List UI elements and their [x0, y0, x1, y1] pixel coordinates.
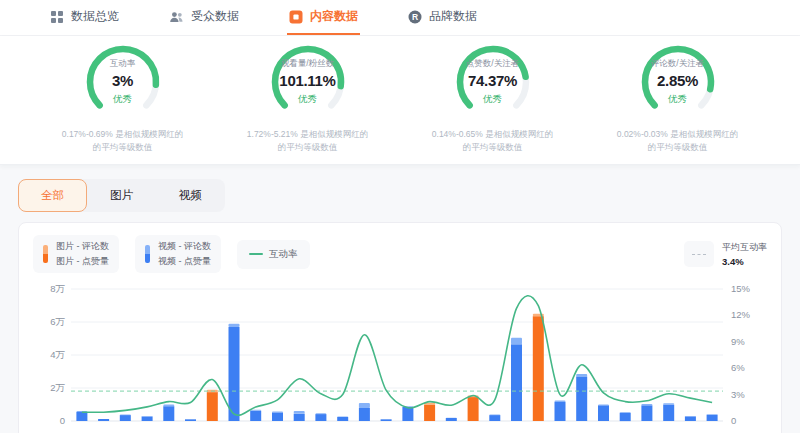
gauge-benchmark-note: 1.72%-5.21% 是相似规模网红的 的平均等级数值 — [247, 128, 368, 154]
tab-label: 受众数据 — [191, 8, 239, 25]
gauge-value: 2.85% — [657, 72, 698, 89]
svg-text:R: R — [412, 12, 418, 22]
gauge-value: 101.11% — [279, 72, 335, 89]
svg-text:0: 0 — [731, 415, 736, 426]
gauge-comments-per-follower: 评论数/关注者 2.85% 优秀 0.02%-0.03% 是相似规模网红的 的平… — [585, 42, 770, 154]
gauge-label: 互动率 — [110, 58, 136, 70]
top-nav: 数据总览 受众数据 内容数据 R 品牌数据 — [0, 0, 800, 36]
tab-brand-data[interactable]: R 品牌数据 — [406, 0, 479, 35]
svg-text:0: 0 — [60, 415, 65, 426]
tab-audience-data[interactable]: 受众数据 — [167, 0, 241, 35]
gauge-likes-per-follower: 点赞数/关注者 74.37% 优秀 0.14%-0.65% 是相似规模网红的 的… — [400, 42, 585, 154]
tab-data-overview[interactable]: 数据总览 — [48, 0, 121, 35]
people-icon — [169, 10, 184, 24]
grid-icon — [50, 10, 64, 24]
gauge-ring: 观看量/粉丝数 101.11% 优秀 — [260, 42, 356, 118]
svg-text:12%: 12% — [731, 310, 751, 321]
svg-text:6%: 6% — [731, 363, 745, 374]
legend-label: 图片 - 点赞量 — [56, 255, 109, 268]
tab-label: 品牌数据 — [429, 8, 477, 25]
gauge-benchmark-note: 0.14%-0.65% 是相似规模网红的 的平均等级数值 — [432, 128, 553, 154]
gauge-views-per-follower: 观看量/粉丝数 101.11% 优秀 1.72%-5.21% 是相似规模网红的 … — [215, 42, 400, 154]
gauge-benchmark-note: 0.17%-0.69% 是相似规模网红的 的平均等级数值 — [62, 128, 183, 154]
gauge-ring: 评论数/关注者 2.85% 优秀 — [630, 42, 726, 118]
orange-bar-icon — [43, 245, 48, 263]
avg-rate-label: 平均互动率 — [722, 241, 767, 254]
avg-rate-value: 3.4% — [722, 256, 767, 267]
gauge-label: 观看量/粉丝数 — [281, 58, 334, 70]
legend-image-series[interactable]: 图片 - 评论数 图片 - 点赞量 — [33, 235, 119, 273]
engagement-chart-card: 图片 - 评论数 图片 - 点赞量 视频 - 评论数 视频 - 点赞量 互动率 … — [18, 222, 782, 433]
svg-text:9%: 9% — [731, 336, 745, 347]
gauge-value: 74.37% — [468, 72, 517, 89]
tab-label: 数据总览 — [71, 8, 119, 25]
legend-label: 图片 - 评论数 — [56, 240, 109, 253]
svg-text:8万: 8万 — [50, 283, 65, 294]
metrics-gauge-panel: 互动率 3% 优秀 0.17%-0.69% 是相似规模网红的 的平均等级数值 观… — [0, 36, 800, 165]
svg-text:3%: 3% — [731, 389, 745, 400]
svg-text:15%: 15% — [731, 283, 751, 294]
gauge-grade-badge: 优秀 — [668, 93, 687, 106]
gauge-grade-badge: 优秀 — [483, 93, 502, 106]
filter-tab-images[interactable]: 图片 — [87, 179, 156, 212]
chart-legend: 图片 - 评论数 图片 - 点赞量 视频 - 评论数 视频 - 点赞量 互动率 … — [33, 235, 767, 273]
gauge-ring: 互动率 3% 优秀 — [75, 42, 171, 118]
gauge-grade-badge: 优秀 — [298, 93, 317, 106]
legend-label: 视频 - 评论数 — [158, 240, 211, 253]
gauge-ring: 点赞数/关注者 74.37% 优秀 — [445, 42, 541, 118]
legend-label: 视频 - 点赞量 — [158, 255, 211, 268]
brand-r-icon: R — [408, 10, 422, 24]
svg-text:2万: 2万 — [50, 382, 65, 393]
content-icon — [289, 10, 303, 24]
legend-average-rate: 平均互动率 3.4% — [684, 241, 767, 267]
gauge-label: 评论数/关注者 — [651, 58, 704, 70]
gauge-grade-badge: 优秀 — [113, 93, 132, 106]
gauge-benchmark-note: 0.02%-0.03% 是相似规模网红的 的平均等级数值 — [617, 128, 738, 154]
filter-tab-videos[interactable]: 视频 — [156, 179, 225, 212]
tab-label: 内容数据 — [310, 8, 358, 25]
tab-content-data[interactable]: 内容数据 — [287, 0, 360, 35]
svg-text:4万: 4万 — [50, 349, 65, 360]
gauge-value: 3% — [112, 72, 133, 89]
legend-label: 互动率 — [269, 248, 298, 261]
legend-video-series[interactable]: 视频 - 评论数 视频 - 点赞量 — [135, 235, 221, 273]
green-line-icon — [249, 253, 263, 255]
dashed-line-icon — [684, 241, 714, 267]
gauge-label: 点赞数/关注者 — [466, 58, 519, 70]
media-type-filter: 全部 图片 视频 — [18, 179, 225, 212]
legend-interaction-rate[interactable]: 互动率 — [237, 240, 310, 269]
engagement-combo-chart[interactable]: 02万4万6万8万03%6%9%12%15%2024-04-112024-04-… — [33, 277, 769, 433]
filter-tab-all[interactable]: 全部 — [18, 179, 87, 212]
svg-text:6万: 6万 — [50, 316, 65, 327]
gauge-interaction-rate: 互动率 3% 优秀 0.17%-0.69% 是相似规模网红的 的平均等级数值 — [30, 42, 215, 154]
blue-bar-icon — [145, 245, 150, 263]
